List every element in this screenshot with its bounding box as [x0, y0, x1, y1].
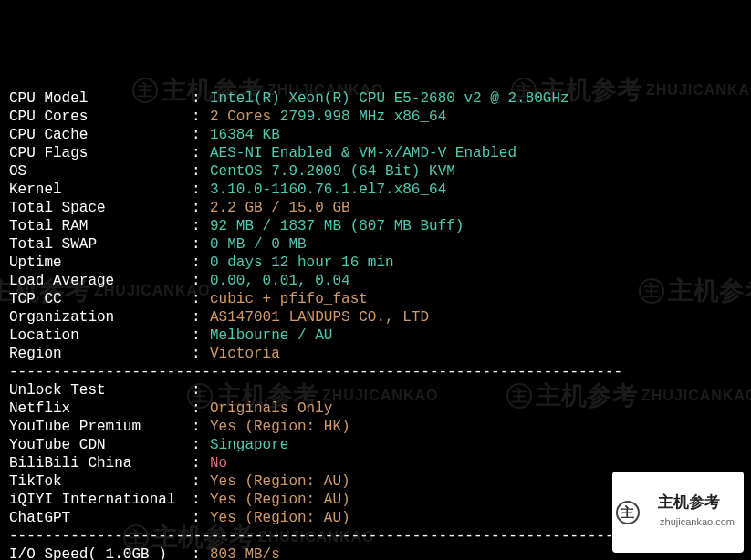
info-row: Region: Victoria	[9, 345, 742, 363]
row-colon: :	[192, 272, 210, 290]
badge-title: 主机参考	[658, 493, 720, 511]
info-row: YouTube Premium: Yes (Region: HK)	[9, 418, 742, 436]
info-row: CPU Cores: 2 Cores 2799.998 MHz x86_64	[9, 108, 742, 126]
row-value: Yes (Region: AU)	[210, 510, 350, 526]
row-colon: :	[192, 472, 210, 491]
row-label: Netflix	[9, 399, 192, 418]
row-value: 803 MB/s	[210, 546, 280, 560]
info-row: YouTube CDN: Singapore	[9, 436, 742, 454]
info-row: Netflix: Originals Only	[9, 399, 742, 418]
info-row: CPU Model: Intel(R) Xeon(R) CPU E5-2680 …	[9, 89, 742, 108]
row-colon: :	[192, 89, 210, 108]
row-label: ChatGPT	[9, 509, 192, 527]
row-label: Load Average	[9, 272, 192, 290]
row-label: Uptime	[9, 254, 192, 272]
row-colon: :	[192, 199, 210, 217]
info-row: Location: Melbourne / AU	[9, 327, 742, 345]
info-row: TCP CC: cubic + pfifo_fast	[9, 290, 742, 308]
info-row: CPU Flags: AES-NI Enabled & VM-x/AMD-V E…	[9, 144, 742, 162]
badge-icon: 主	[616, 501, 640, 524]
info-row: Total SWAP: 0 MB / 0 MB	[9, 235, 742, 254]
row-value: 0 MB / 0 MB	[210, 236, 307, 253]
row-colon: :	[192, 108, 210, 126]
row-label: I/O Speed( 1.0GB )	[9, 545, 192, 560]
row-label: Kernel	[9, 181, 192, 199]
row-colon: :	[192, 126, 210, 144]
divider-line: ----------------------------------------…	[9, 363, 742, 381]
info-row: BiliBili China: No	[9, 454, 742, 472]
row-label: Location	[9, 327, 192, 345]
row-label: TikTok	[9, 472, 192, 491]
row-colon: :	[192, 381, 210, 399]
info-row: OS: CentOS 7.9.2009 (64 Bit) KVM	[9, 162, 742, 181]
row-colon: :	[192, 491, 210, 509]
info-row: Unlock Test:	[9, 381, 742, 399]
row-label: Organization	[9, 308, 192, 327]
row-label: CPU Cache	[9, 126, 192, 144]
row-colon: :	[192, 327, 210, 345]
row-label: YouTube Premium	[9, 418, 192, 436]
row-value: 92 MB / 1837 MB (807 MB Buff)	[210, 218, 464, 234]
row-label: TCP CC	[9, 290, 192, 308]
row-value: AS147001 LANDUPS CO., LTD	[210, 309, 429, 326]
row-value: CentOS 7.9.2009 (64 Bit) KVM	[210, 163, 455, 180]
row-colon: :	[192, 418, 210, 436]
row-colon: :	[192, 545, 210, 560]
row-label: CPU Cores	[9, 108, 192, 126]
row-value: Intel(R) Xeon(R) CPU E5-2680 v2 @ 2.80GH…	[210, 90, 569, 107]
info-row: Total RAM: 92 MB / 1837 MB (807 MB Buff)	[9, 217, 742, 235]
row-label: Unlock Test	[9, 381, 192, 399]
row-colon: :	[192, 162, 210, 181]
row-colon: :	[192, 436, 210, 454]
row-label: CPU Model	[9, 89, 192, 108]
row-value: Originals Only	[210, 400, 332, 417]
row-value: Singapore	[210, 437, 288, 453]
source-badge: 主 主机参考 zhujicankao.com	[612, 472, 744, 553]
row-colon: :	[192, 454, 210, 472]
row-value: 0.00, 0.01, 0.04	[210, 273, 350, 289]
row-label: YouTube CDN	[9, 436, 192, 454]
row-label: Total SWAP	[9, 235, 192, 254]
row-value: cubic + pfifo_fast	[210, 291, 368, 307]
row-value: Victoria	[210, 346, 280, 362]
row-label: Region	[9, 345, 192, 363]
badge-url: zhujicankao.com	[660, 516, 735, 527]
row-value: 2.2 GB / 15.0 GB	[210, 200, 350, 216]
row-colon: :	[192, 217, 210, 235]
row-value: Yes (Region: HK)	[210, 419, 350, 435]
row-label: iQIYI International	[9, 491, 192, 509]
info-row: CPU Cache: 16384 KB	[9, 126, 742, 144]
row-colon: :	[192, 254, 210, 272]
row-value: 2 Cores	[210, 109, 271, 125]
row-colon: :	[192, 290, 210, 308]
row-value: Yes (Region: AU)	[210, 492, 350, 508]
row-colon: :	[192, 144, 210, 162]
row-label: OS	[9, 162, 192, 181]
info-row: Kernel: 3.10.0-1160.76.1.el7.x86_64	[9, 181, 742, 199]
row-colon: :	[192, 181, 210, 199]
row-value: 3.10.0-1160.76.1.el7.x86_64	[210, 181, 446, 198]
row-label: BiliBili China	[9, 454, 192, 472]
row-label: Total Space	[9, 199, 192, 217]
row-colon: :	[192, 509, 210, 527]
row-label: CPU Flags	[9, 144, 192, 162]
info-row: Load Average: 0.00, 0.01, 0.04	[9, 272, 742, 290]
info-row: Uptime: 0 days 12 hour 16 min	[9, 254, 742, 272]
row-colon: :	[192, 345, 210, 363]
row-value: No	[210, 455, 227, 472]
info-row: Organization: AS147001 LANDUPS CO., LTD	[9, 308, 742, 327]
row-value: Yes (Region: AU)	[210, 473, 350, 490]
row-value: 0 days 12 hour 16 min	[210, 254, 394, 271]
row-value: 2799.998 MHz x86_64	[271, 109, 446, 125]
row-colon: :	[192, 399, 210, 418]
row-colon: :	[192, 308, 210, 327]
row-value: AES-NI Enabled & VM-x/AMD-V Enabled	[210, 145, 516, 161]
info-row: Total Space: 2.2 GB / 15.0 GB	[9, 199, 742, 217]
row-value: 16384 KB	[210, 127, 280, 143]
row-label: Total RAM	[9, 217, 192, 235]
row-value: Melbourne / AU	[210, 327, 332, 344]
row-colon: :	[192, 235, 210, 254]
